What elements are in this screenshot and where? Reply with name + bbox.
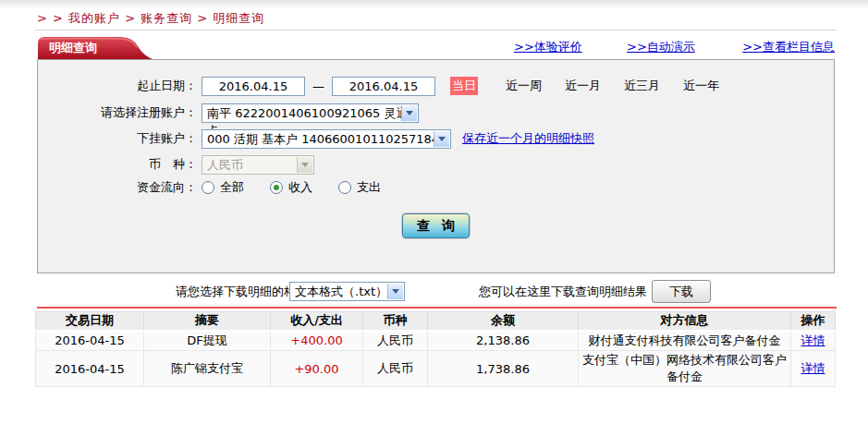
registered-account-row: 请选择注册账户： 南平 6222001406100921065 灵通卡 — [38, 103, 834, 123]
breadcrumb-divider — [35, 30, 837, 30]
cell-currency: 人民币 — [363, 351, 428, 387]
date-separator: — — [312, 79, 324, 93]
today-badge-button[interactable]: 当日 — [450, 77, 478, 95]
date-from-input[interactable] — [202, 77, 305, 96]
currency-select-disabled: 人民币 — [202, 155, 314, 175]
col-balance: 余额 — [428, 312, 579, 331]
query-form-panel: 起止日期： — 当日 近一周 近一月 近三月 近一年 请选择注册账户： 南平 6… — [37, 59, 835, 273]
flow-option-all[interactable]: 全部 — [202, 179, 244, 196]
cell-summary: DF提现 — [144, 331, 271, 351]
range-last-year[interactable]: 近一年 — [683, 78, 719, 94]
page-top-gradient — [0, 0, 868, 8]
currency-row: 币 种： 人民币 — [38, 154, 834, 175]
download-format-label: 请您选择下载明细的格式 — [176, 284, 308, 300]
download-hint-text: 您可以在这里下载查询明细结果 — [479, 284, 647, 300]
chevron-down-icon[interactable] — [401, 105, 417, 121]
flow-direction-row: 资金流向： 全部 收入 支出 — [38, 179, 834, 196]
save-snapshot-link[interactable]: 保存近一个月的明细快照 — [462, 130, 594, 147]
cell-balance: 2,138.86 — [428, 331, 579, 351]
flow-option-expense-label: 支出 — [357, 179, 381, 196]
col-summary: 摘要 — [144, 312, 271, 331]
cell-currency: 人民币 — [363, 331, 428, 351]
link-auto-demo[interactable]: >>自动演示 — [627, 39, 695, 55]
cell-summary: 陈广锦支付宝 — [144, 351, 271, 387]
link-view-column-info[interactable]: >>查看栏目信息 — [742, 39, 835, 55]
cell-amount: +90.00 — [271, 351, 363, 387]
sub-account-value: 000 活期 基本户 1406600101102571848 — [207, 132, 446, 146]
sub-account-label: 下挂账户： — [38, 130, 197, 147]
query-button[interactable]: 查 询 — [402, 213, 470, 238]
registered-account-label: 请选择注册账户： — [38, 104, 197, 121]
table-row: 2016-04-15 DF提现 +400.00 人民币 2,138.86 财付通… — [36, 331, 836, 351]
download-button[interactable]: 下载 — [652, 280, 711, 303]
flow-option-expense[interactable]: 支出 — [338, 179, 381, 196]
chevron-down-icon[interactable] — [387, 284, 403, 299]
flow-direction-label: 资金流向： — [38, 179, 197, 196]
sub-account-row: 下挂账户： 000 活期 基本户 1406600101102571848 保存近… — [38, 128, 834, 149]
flow-option-income-label: 收入 — [288, 179, 312, 196]
date-to-input[interactable] — [332, 77, 435, 96]
chevron-down-icon[interactable] — [434, 131, 449, 147]
flow-option-income[interactable]: 收入 — [270, 179, 312, 196]
cell-balance: 1,738.86 — [428, 351, 579, 387]
detail-link[interactable]: 详情 — [801, 333, 825, 347]
col-action: 操作 — [791, 312, 836, 331]
cell-amount: +400.00 — [271, 331, 363, 351]
registered-account-select[interactable]: 南平 6222001406100921065 灵通卡 — [202, 103, 419, 123]
link-experience-rating[interactable]: >>体验评价 — [514, 39, 582, 55]
breadcrumb: > > 我的账户 > 账务查询 > 明细查询 — [37, 10, 264, 27]
cell-date: 2016-04-15 — [36, 331, 144, 351]
currency-label: 币 种： — [38, 156, 197, 173]
col-currency: 币种 — [363, 312, 428, 331]
download-format-select[interactable]: 文本格式（.txt） — [289, 282, 405, 301]
date-range-row: 起止日期： — 当日 近一周 近一月 近三月 近一年 — [38, 76, 834, 96]
radio-circle-icon[interactable] — [270, 181, 283, 194]
results-table: 交易日期 摘要 收入/支出 币种 余额 对方信息 操作 2016-04-15 D… — [35, 311, 836, 387]
chevron-down-icon — [297, 157, 312, 173]
cell-action: 详情 — [791, 351, 836, 387]
radio-circle-icon[interactable] — [338, 181, 351, 194]
currency-value: 人民币 — [207, 158, 243, 172]
table-row: 2016-04-15 陈广锦支付宝 +90.00 人民币 1,738.86 支付… — [36, 351, 836, 387]
range-last-month[interactable]: 近一月 — [565, 78, 601, 94]
cell-action: 详情 — [791, 331, 836, 351]
table-header-row: 交易日期 摘要 收入/支出 币种 余额 对方信息 操作 — [36, 312, 836, 331]
range-last-3-months[interactable]: 近三月 — [624, 78, 660, 94]
range-last-week[interactable]: 近一周 — [506, 78, 542, 94]
col-amount: 收入/支出 — [271, 312, 363, 331]
radio-circle-icon[interactable] — [202, 181, 214, 194]
tab-detail-query[interactable]: 明细查询 — [49, 40, 97, 56]
col-counterparty: 对方信息 — [579, 312, 791, 331]
date-range-label: 起止日期： — [38, 78, 197, 94]
sub-account-select[interactable]: 000 活期 基本户 1406600101102571848 — [202, 129, 451, 149]
cell-counterparty: 支付宝（中国）网络技术有限公司客户备付金 — [579, 351, 791, 387]
detail-link[interactable]: 详情 — [801, 361, 825, 375]
col-trade-date: 交易日期 — [36, 312, 144, 331]
cell-counterparty: 财付通支付科技有限公司客户备付金 — [579, 331, 791, 351]
red-divider — [37, 307, 837, 309]
download-format-value: 文本格式（.txt） — [295, 285, 387, 298]
cell-date: 2016-04-15 — [36, 351, 144, 387]
flow-option-all-label: 全部 — [220, 179, 244, 196]
